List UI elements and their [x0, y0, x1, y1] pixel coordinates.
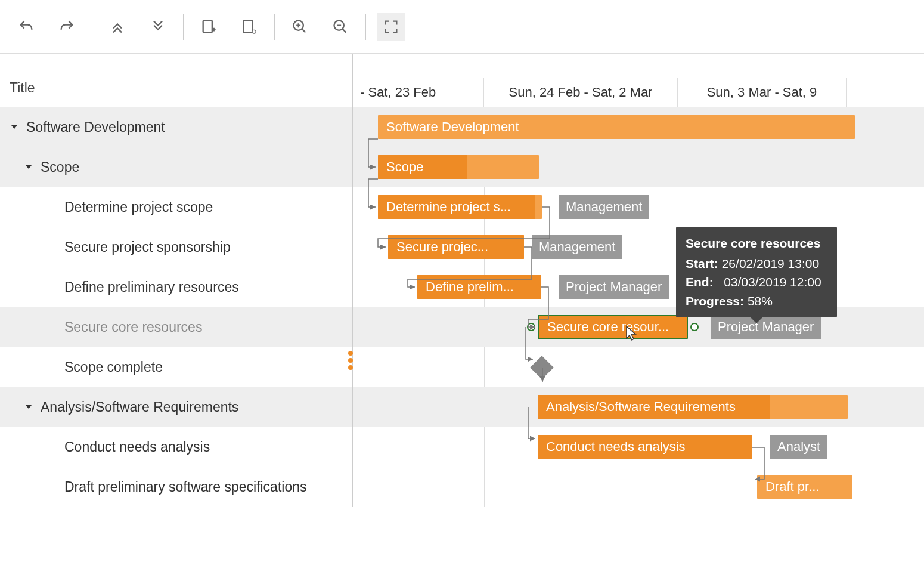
delete-task-button[interactable] [235, 13, 263, 41]
undo-button[interactable] [12, 13, 41, 41]
date-cell[interactable]: Sun, 24 Feb - Sat, 2 Mar [484, 78, 678, 107]
task-bar[interactable]: Conduct needs analysis [538, 435, 752, 459]
task-bar[interactable]: Software Development [378, 115, 855, 139]
tooltip-progress-label: Progress: [686, 294, 744, 308]
task-row[interactable]: Determine project scope [0, 187, 352, 227]
gantt-row: Software Development [353, 107, 924, 147]
task-row[interactable]: Software Development [0, 107, 352, 147]
toolbar [0, 0, 924, 54]
svg-rect-0 [203, 20, 212, 32]
resource-tag: Project Manager [711, 315, 821, 339]
task-title: Scope complete [64, 359, 163, 375]
tooltip-end-label: End: [686, 275, 714, 289]
task-title: Secure core resources [64, 319, 202, 335]
task-row[interactable]: Define preliminary resources [0, 267, 352, 307]
task-bar[interactable]: Secure projec... [388, 235, 524, 259]
bar-label: Conduct needs analysis [546, 439, 686, 455]
gantt-row: Secure core resour...Project Manager [353, 307, 924, 347]
separator [365, 14, 366, 40]
task-title: Software Development [26, 119, 165, 135]
cursor-icon [625, 325, 638, 344]
task-title: Draft preliminary software specification… [64, 479, 306, 495]
task-title: Scope [41, 159, 79, 175]
task-list: Software DevelopmentScopeDetermine proje… [0, 107, 353, 507]
bar-label: Scope [386, 159, 423, 175]
bar-label: Draft pr... [765, 479, 819, 495]
link-handle-right[interactable] [690, 323, 699, 331]
timeline-top [353, 54, 924, 78]
bar-label: Secure core resour... [547, 319, 669, 335]
svg-rect-1 [244, 20, 253, 32]
separator [274, 14, 275, 40]
tooltip-start-value: 26/02/2019 13:00 [722, 257, 820, 270]
caret-down-icon[interactable] [10, 119, 19, 135]
resource-tag: Analyst [770, 435, 827, 459]
bar-label: Determine project s... [386, 199, 511, 215]
gantt-row: Scope [353, 147, 924, 187]
task-row[interactable]: Secure core resources [0, 307, 352, 347]
timeline-header: - Sat, 23 Feb Sun, 24 Feb - Sat, 2 Mar S… [353, 54, 924, 107]
resource-tag: Management [532, 235, 622, 259]
task-tooltip: Secure core resources Start: 26/02/2019 … [676, 227, 837, 317]
task-bar[interactable]: Define prelim... [417, 275, 541, 299]
zoom-in-button[interactable] [286, 13, 314, 41]
resource-tag: Management [559, 195, 649, 219]
expand-all-button[interactable] [144, 13, 172, 41]
separator [92, 14, 92, 40]
collapse-all-button[interactable] [103, 13, 132, 41]
gantt-row: Draft pr... [353, 467, 924, 507]
gantt-row: Conduct needs analysisAnalyst [353, 427, 924, 467]
task-row[interactable]: Secure project sponsorship [0, 227, 352, 267]
task-title: Define preliminary resources [64, 279, 239, 295]
task-bar[interactable]: Analysis/Software Requirements [538, 395, 848, 419]
task-title: Conduct needs analysis [64, 439, 210, 455]
bar-label: Secure projec... [396, 239, 488, 255]
bar-label: Define prelim... [426, 279, 514, 295]
task-title: Determine project scope [64, 199, 213, 215]
date-cell[interactable]: - Sat, 23 Feb [353, 78, 484, 107]
task-row[interactable]: Scope [0, 147, 352, 187]
resource-tag: Project Manager [559, 275, 669, 299]
bar-label: Software Development [386, 119, 519, 135]
milestone-marker[interactable] [530, 356, 554, 379]
task-bar[interactable]: Secure core resour... [538, 315, 688, 339]
task-row[interactable]: Conduct needs analysis [0, 427, 352, 467]
header-row: Title - Sat, 23 Feb Sun, 24 Feb - Sat, 2… [0, 54, 924, 107]
bar-label: Analysis/Software Requirements [546, 399, 736, 415]
task-title: Analysis/Software Requirements [41, 399, 238, 415]
title-column-header[interactable]: Title [0, 54, 353, 107]
task-title: Secure project sponsorship [64, 239, 231, 255]
timeline-dates: - Sat, 23 Feb Sun, 24 Feb - Sat, 2 Mar S… [353, 78, 924, 107]
tooltip-end-value: 03/03/2019 12:00 [724, 275, 821, 289]
tooltip-start-label: Start: [686, 257, 718, 270]
gantt-row: Define prelim...Project Manager [353, 267, 924, 307]
tooltip-progress-value: 58% [748, 294, 773, 308]
task-bar[interactable]: Scope [378, 155, 539, 179]
separator [183, 14, 184, 40]
task-row[interactable]: Analysis/Software Requirements [0, 387, 352, 427]
link-handle-left[interactable] [527, 323, 535, 331]
task-bar[interactable]: Determine project s... [378, 195, 542, 219]
fullscreen-button[interactable] [377, 13, 405, 41]
redo-button[interactable] [52, 13, 81, 41]
zoom-out-button[interactable] [326, 13, 355, 41]
gantt-row [353, 347, 924, 387]
gantt-row: Secure projec...Management [353, 227, 924, 267]
column-resize-handle[interactable] [348, 351, 353, 370]
gantt-row: Analysis/Software Requirements [353, 387, 924, 427]
task-row[interactable]: Draft preliminary software specification… [0, 467, 352, 507]
tooltip-title: Secure core resources [686, 234, 827, 253]
add-task-button[interactable] [194, 13, 223, 41]
gantt-row: Determine project s...Management [353, 187, 924, 227]
date-cell[interactable]: Sun, 3 Mar - Sat, 9 [678, 78, 847, 107]
caret-down-icon[interactable] [24, 399, 33, 415]
caret-down-icon[interactable] [24, 159, 33, 175]
task-row[interactable]: Scope complete [0, 347, 352, 387]
gantt-chart: Software DevelopmentScopeDetermine proje… [353, 107, 924, 507]
task-bar[interactable]: Draft pr... [757, 475, 852, 499]
